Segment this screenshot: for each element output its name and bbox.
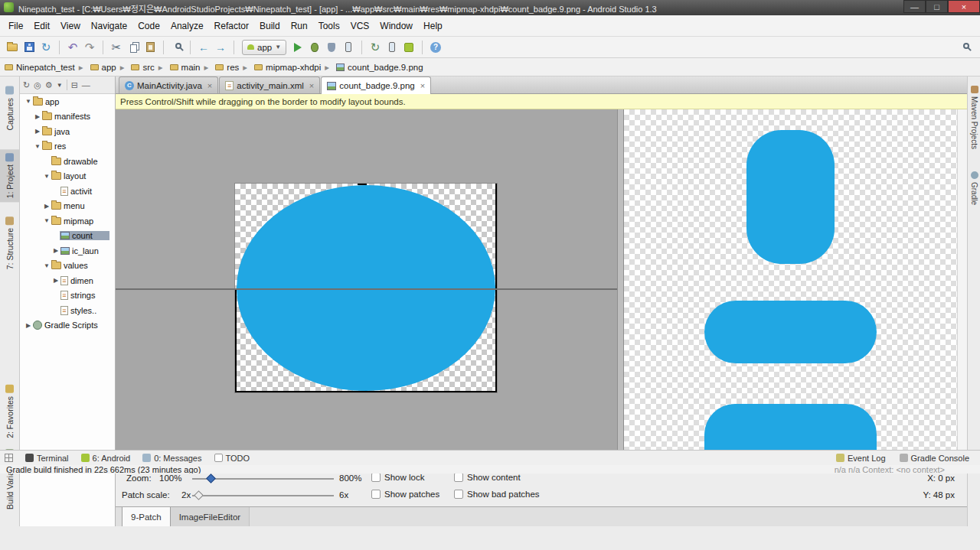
patch-scale-slider-thumb[interactable] [194, 490, 204, 500]
breadcrumb-item-file[interactable]: count_badge.9.png [321, 62, 423, 73]
zoom-slider[interactable] [192, 474, 334, 483]
menu-code[interactable]: Code [132, 18, 165, 34]
expand-arrow-icon[interactable]: ▶ [52, 277, 60, 284]
open-file-icon[interactable] [5, 40, 20, 55]
close-icon[interactable]: × [420, 81, 425, 90]
checkbox-box[interactable] [371, 490, 381, 499]
menu-tools[interactable]: Tools [313, 18, 345, 34]
redo-icon[interactable]: ↷ [82, 40, 97, 55]
avd-manager-icon[interactable] [384, 40, 400, 55]
tool-tab-maven-projects[interactable]: Maven Projects [969, 83, 980, 152]
tool-button-event-log[interactable]: Event Log [836, 454, 886, 463]
tab-9-patch[interactable]: 9-Patch [122, 507, 171, 526]
tree-row-values[interactable]: ▼ values [20, 259, 115, 274]
expand-arrow-icon[interactable]: ▼ [43, 262, 51, 269]
menu-navigate[interactable]: Navigate [86, 18, 132, 34]
expand-arrow-icon[interactable]: ▼ [24, 98, 32, 105]
tree-row-manifests[interactable]: ▶ manifests [20, 109, 115, 125]
save-all-icon[interactable] [21, 40, 37, 55]
tree-row-gradle-scripts[interactable]: ▶ Gradle Scripts [20, 318, 115, 334]
tree-row-strings[interactable]: strings [20, 288, 115, 304]
back-icon[interactable]: ← [196, 40, 211, 55]
menu-analyze[interactable]: Analyze [165, 18, 209, 34]
menu-build[interactable]: Build [254, 18, 286, 34]
tool-button-todo[interactable]: TODO [214, 454, 250, 463]
expand-arrow-icon[interactable]: ▶ [24, 322, 32, 329]
slider-track[interactable] [192, 495, 334, 496]
checkbox-box[interactable] [454, 490, 463, 499]
refresh-icon[interactable]: ↻ [23, 80, 30, 90]
maximize-button[interactable]: □ [926, 0, 948, 13]
close-icon[interactable]: × [207, 81, 212, 90]
menu-run[interactable]: Run [286, 18, 313, 34]
menu-window[interactable]: Window [374, 18, 418, 34]
tree-row-java[interactable]: ▶ java [20, 124, 115, 139]
tree-row-mipmap[interactable]: ▼ mipmap [20, 213, 115, 229]
checkbox-show-lock[interactable]: Show lock [371, 473, 424, 482]
expand-arrow-icon[interactable]: ▶ [52, 247, 60, 254]
expand-arrow-icon[interactable]: ▼ [43, 217, 51, 224]
checkbox-show-patches[interactable]: Show patches [371, 490, 439, 499]
tree-row-res[interactable]: ▼ res [20, 139, 115, 155]
stretch-marker-left[interactable] [235, 288, 237, 392]
tree-row-drawable[interactable]: drawable [20, 154, 115, 169]
menu-help[interactable]: Help [418, 18, 448, 34]
menu-file[interactable]: File [3, 18, 28, 34]
expand-arrow-icon[interactable]: ▼ [43, 173, 51, 180]
editor-splitter[interactable] [617, 109, 624, 468]
run-button[interactable] [290, 40, 305, 55]
expand-arrow-icon[interactable]: ▶ [34, 128, 41, 135]
breadcrumb-item-mipmap-xhdpi[interactable]: mipmap-xhdpi [239, 62, 321, 73]
coverage-icon[interactable] [324, 40, 339, 55]
copy-icon[interactable] [126, 40, 141, 55]
undo-icon[interactable]: ↶ [65, 40, 80, 55]
expand-arrow-icon[interactable]: ▶ [43, 203, 51, 210]
tree-row-layout[interactable]: ▼ layout [20, 169, 115, 184]
tool-tab-favorites[interactable]: 2: Favorites [0, 381, 19, 442]
tab-activity-main-xml[interactable]: activity_main.xml × [219, 76, 320, 93]
forward-icon[interactable]: → [213, 40, 228, 55]
zoom-slider-thumb[interactable] [206, 474, 216, 483]
tree-row-count-badge[interactable]: count [20, 229, 115, 244]
tree-row-styles[interactable]: styles.. [20, 303, 115, 318]
collapse-all-icon[interactable]: ⊟ [71, 80, 78, 90]
gear-icon[interactable]: ⚙ [45, 80, 53, 90]
patch-scale-slider[interactable] [192, 490, 334, 500]
stretch-marker-top[interactable] [358, 184, 367, 185]
sync-icon[interactable]: ↻ [38, 40, 54, 55]
tree-row-dimens[interactable]: ▶ dimen [20, 273, 115, 288]
tool-tab-gradle[interactable]: Gradle [969, 168, 980, 208]
checkbox-box[interactable] [371, 473, 381, 482]
tab-image-file-editor[interactable]: ImageFileEditor [171, 507, 250, 526]
preview-scrollbar[interactable] [957, 109, 967, 468]
close-icon[interactable]: × [309, 81, 314, 90]
hide-panel-icon[interactable]: — [82, 80, 90, 89]
breadcrumb-item-main[interactable]: main [155, 62, 201, 73]
attach-debugger-icon[interactable] [341, 40, 356, 55]
ninepatch-canvas[interactable] [116, 109, 617, 468]
breadcrumb-item-res[interactable]: res [201, 62, 240, 73]
help-icon[interactable]: ? [428, 40, 443, 55]
expand-arrow-icon[interactable]: ▼ [34, 143, 41, 150]
tree-row-ic-launcher[interactable]: ▶ ic_laun [20, 243, 115, 259]
find-icon[interactable] [169, 40, 185, 55]
breadcrumb-item-app[interactable]: app [75, 62, 116, 73]
tree-row-activity-main[interactable]: activit [20, 184, 115, 199]
menu-refactor[interactable]: Refactor [209, 18, 254, 34]
tool-button-messages[interactable]: 0: Messages [142, 454, 201, 463]
minimize-button[interactable]: — [903, 0, 926, 13]
sdk-manager-icon[interactable] [401, 40, 416, 55]
menu-vcs[interactable]: VCS [345, 18, 375, 34]
run-config-dropdown[interactable]: app ▼ [242, 40, 286, 55]
cut-icon[interactable]: ✂ [109, 40, 124, 55]
breadcrumb-item-project[interactable]: Ninepatch_test [5, 63, 75, 72]
tab-count-badge-png[interactable]: count_badge.9.png × [321, 76, 431, 94]
locate-icon[interactable]: ◎ [34, 80, 41, 90]
tool-tab-captures[interactable]: Captures [0, 83, 19, 135]
tool-tab-structure[interactable]: 7: Structure [0, 213, 19, 273]
content-marker-bottom[interactable] [235, 391, 497, 392]
gradle-sync-icon[interactable]: ↻ [368, 40, 383, 55]
debug-icon[interactable] [307, 40, 322, 55]
tree-row-menu[interactable]: ▶ menu [20, 199, 115, 214]
breadcrumb-item-src[interactable]: src [116, 62, 155, 73]
